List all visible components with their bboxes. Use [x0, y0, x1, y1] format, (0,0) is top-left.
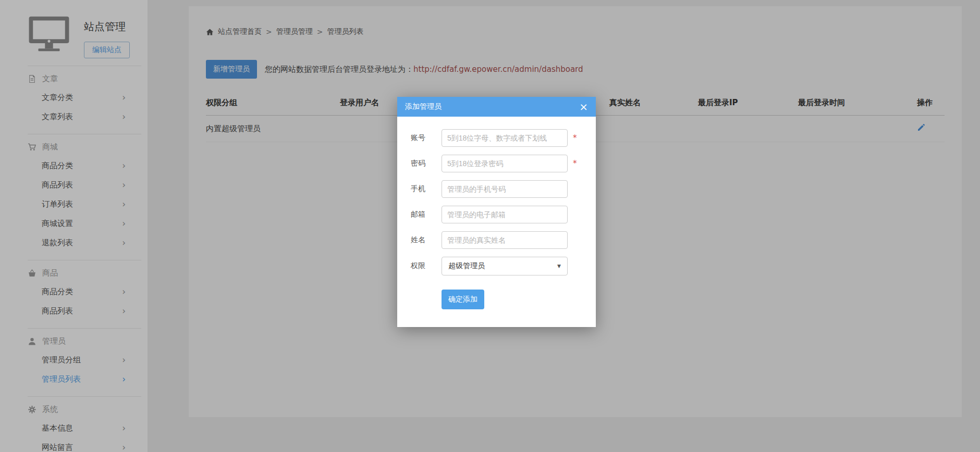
required-marker: * [573, 159, 577, 168]
site-admin-app: 站点管理 编辑站点 文章文章分类›文章列表›商城商品分类›商品列表›订单列表›商… [0, 0, 980, 452]
required-marker: * [573, 133, 577, 143]
密码-input[interactable] [442, 155, 568, 172]
手机-input[interactable] [442, 180, 568, 198]
modal-title: 添加管理员 [405, 102, 442, 111]
select-value: 超级管理员 [448, 261, 485, 271]
confirm-add-button[interactable]: 确定添加 [442, 290, 484, 309]
field-label: 姓名 [411, 235, 442, 245]
permission-select[interactable]: 超级管理员▼ [442, 257, 568, 275]
field-label: 账号 [411, 133, 442, 143]
caret-down-icon: ▼ [557, 263, 561, 269]
field-label: 密码 [411, 159, 442, 168]
modal-fields: 账号*密码*手机邮箱姓名权限超级管理员▼ [411, 129, 589, 275]
modal-body: 账号*密码*手机邮箱姓名权限超级管理员▼ 确定添加 [397, 117, 596, 327]
field-row-手机: 手机 [411, 180, 589, 198]
field-row-账号: 账号* [411, 129, 589, 147]
field-label: 权限 [411, 261, 442, 271]
field-label: 邮箱 [411, 210, 442, 219]
账号-input[interactable] [442, 129, 568, 147]
field-row-密码: 密码* [411, 155, 589, 172]
field-row-邮箱: 邮箱 [411, 206, 589, 223]
姓名-input[interactable] [442, 231, 568, 249]
邮箱-input[interactable] [442, 206, 568, 223]
add-admin-modal: 添加管理员 × 账号*密码*手机邮箱姓名权限超级管理员▼ 确定添加 [397, 97, 596, 327]
field-row-权限: 权限超级管理员▼ [411, 257, 589, 275]
modal-header: 添加管理员 × [397, 97, 596, 117]
field-label: 手机 [411, 184, 442, 194]
close-icon[interactable]: × [579, 102, 588, 112]
field-row-姓名: 姓名 [411, 231, 589, 249]
